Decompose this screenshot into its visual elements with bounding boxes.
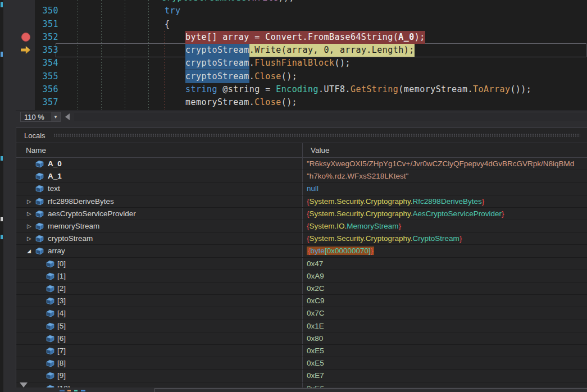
zoom-dropdown-button[interactable]: ▾ xyxy=(51,112,60,121)
variable-row[interactable]: [1]0xA9 xyxy=(16,270,587,282)
field-icon xyxy=(45,297,55,305)
editor-bottom-bar: 110 % ▾ xyxy=(16,110,587,122)
variable-row[interactable]: [8]0xE5 xyxy=(16,357,587,370)
panel-drag-handle[interactable] xyxy=(53,134,580,137)
column-header-name[interactable]: Name xyxy=(26,143,46,158)
variable-row[interactable]: [2]0x2C xyxy=(16,282,587,295)
column-header-value[interactable]: Value xyxy=(311,143,330,158)
expand-icon[interactable]: ▷ xyxy=(27,235,34,243)
horizontal-scrollbar[interactable] xyxy=(74,113,587,121)
variable-row[interactable]: [9]0xE7 xyxy=(16,370,587,382)
variable-value[interactable]: {System.Security.Cryptography.CryptoStre… xyxy=(307,233,587,245)
variable-value[interactable]: 0xA9 xyxy=(307,270,587,282)
code-line[interactable]: 354cryptoStream.FlushFinalBlock(); xyxy=(16,57,587,70)
code-text: byte[] array = Convert.FromBase64String(… xyxy=(185,31,425,44)
code-token: (memoryStream. xyxy=(398,83,473,96)
variable-value[interactable]: {byte[0x00000070]} xyxy=(307,245,587,257)
variable-value[interactable]: "h7ko%.rdz.WFxsS218LKtest" xyxy=(307,170,587,183)
code-token: .Write(array, 0, array.Length); xyxy=(249,44,415,57)
code-token: memoryStream. xyxy=(185,96,254,109)
variable-row[interactable]: A_1"h7ko%.rdz.WFxsS218LKtest" xyxy=(16,170,587,183)
field-icon xyxy=(35,197,44,206)
code-line[interactable]: 355cryptoStream.Close(); xyxy=(16,70,587,83)
variable-row[interactable]: textnull xyxy=(16,183,587,195)
variable-row[interactable]: ▷cryptoStream{System.Security.Cryptograp… xyxy=(16,233,587,245)
variable-row[interactable]: [7]0xE5 xyxy=(16,345,587,357)
variable-row[interactable]: [4]0x7C xyxy=(16,307,587,320)
collapse-icon[interactable]: ◢ xyxy=(27,247,34,255)
code-token: @string = xyxy=(217,83,276,96)
variable-value[interactable]: 0x2C xyxy=(307,282,587,295)
variable-value[interactable]: 0xE5 xyxy=(307,345,587,357)
locals-panel: Locals Name Value A_0"R6ksyXwegOXI5/ZHpY… xyxy=(16,127,587,392)
value-token: "R6ksyXwegOXI5/ZHpYg1Cv+/Jvr0wCZCiyQFpep… xyxy=(307,159,574,168)
code-token: Encoding xyxy=(276,83,318,96)
value-token: System.Security.Cryptography. xyxy=(310,234,413,243)
code-text: cryptoStream.Write(array, 0, array.Lengt… xyxy=(185,44,415,57)
variable-name: [5] xyxy=(57,320,66,332)
variable-value[interactable]: 0xE7 xyxy=(307,370,587,382)
field-icon xyxy=(45,259,55,268)
variable-row[interactable]: [3]0xC9 xyxy=(16,295,587,307)
variable-value[interactable]: {System.Security.Cryptography.AesCryptoS… xyxy=(307,208,587,220)
code-line[interactable]: 350try xyxy=(16,4,587,17)
variable-value[interactable]: {System.Security.Cryptography.Rfc2898Der… xyxy=(307,195,587,208)
code-line[interactable]: 352byte[] array = Convert.FromBase64Stri… xyxy=(16,31,587,44)
code-line[interactable]: CryptoStreamMode.Write)); xyxy=(16,0,587,4)
code-line[interactable]: 357memoryStream.Close(); xyxy=(16,96,587,109)
variable-value[interactable]: 0x7C xyxy=(307,307,587,320)
variable-value[interactable]: 0x80 xyxy=(307,332,587,345)
variable-row[interactable]: ▷aesCryptoServiceProvider{System.Securit… xyxy=(16,208,587,220)
variable-name: [0] xyxy=(57,258,66,270)
expand-icon[interactable]: ▷ xyxy=(27,210,34,218)
code-line[interactable]: 356string @string = Encoding.UTF8.GetStr… xyxy=(16,83,587,96)
code-token: string xyxy=(185,83,217,96)
variable-row[interactable]: A_0"R6ksyXwegOXI5/ZHpYg1Cv+/Jvr0wCZCiyQF… xyxy=(16,158,587,170)
code-token: FlushFinalBlock xyxy=(254,57,334,70)
scroll-down-arrow-icon[interactable] xyxy=(20,382,28,388)
variable-row[interactable]: ▷memoryStream{System.IO.MemoryStream} xyxy=(16,220,587,233)
variable-row[interactable]: [6]0x80 xyxy=(16,332,587,345)
code-token: ); xyxy=(415,31,425,44)
clipped-left-pane xyxy=(0,0,3,392)
value-token: 0x2C xyxy=(307,284,325,293)
scroll-left-arrow-icon[interactable] xyxy=(65,113,70,120)
code-editor[interactable]: CryptoStreamMode.Write));350try351{352by… xyxy=(16,0,587,110)
value-token: 0xE7 xyxy=(307,371,324,380)
code-line[interactable]: 351{ xyxy=(16,18,587,31)
variable-row[interactable]: ▷rfc2898DeriveBytes{System.Security.Cryp… xyxy=(16,195,587,208)
code-token: .UTF8. xyxy=(318,83,351,96)
variable-value[interactable]: 0x1E xyxy=(307,320,587,332)
field-icon xyxy=(35,184,44,193)
locals-title-bar[interactable]: Locals xyxy=(16,128,587,143)
variable-value[interactable]: null xyxy=(307,183,587,195)
code-token: cryptoStream xyxy=(185,70,249,83)
variable-row[interactable]: ◢array{byte[0x00000070]} xyxy=(16,245,587,257)
expand-icon[interactable]: ▷ xyxy=(27,222,34,230)
variable-name: [9] xyxy=(57,370,66,382)
breakpoint-icon[interactable] xyxy=(21,33,30,42)
variable-value[interactable]: {System.IO.MemoryStream} xyxy=(307,220,587,233)
variable-row[interactable]: [5]0x1E xyxy=(16,320,587,332)
clipped-lower-pane xyxy=(154,388,587,392)
code-text: string @string = Encoding.UTF8.GetString… xyxy=(185,83,531,96)
code-text: memoryStream.Close(); xyxy=(185,96,297,109)
expand-icon[interactable]: ▷ xyxy=(27,198,34,206)
value-token: 0x80 xyxy=(307,334,323,343)
variable-value[interactable]: 0xE5 xyxy=(307,357,587,370)
variable-name: [1] xyxy=(57,270,66,282)
variable-name: A_1 xyxy=(48,170,62,183)
value-token: CryptoStream xyxy=(413,234,459,243)
variable-row[interactable]: [0]0x47 xyxy=(16,258,587,270)
code-line[interactable]: 353cryptoStream.Write(array, 0, array.Le… xyxy=(16,44,587,57)
code-token: . xyxy=(247,0,252,4)
variable-name: [4] xyxy=(57,307,66,320)
code-token: Close xyxy=(254,96,281,109)
variable-value[interactable]: 0xC9 xyxy=(307,295,587,307)
field-icon xyxy=(35,222,44,230)
value-token: } xyxy=(459,234,462,243)
variable-value[interactable]: "R6ksyXwegOXI5/ZHpYg1Cv+/Jvr0wCZCiyQFpep… xyxy=(307,158,587,170)
zoom-combobox[interactable]: 110 % ▾ xyxy=(20,112,61,122)
variable-value[interactable]: 0x47 xyxy=(307,258,587,270)
code-token: (); xyxy=(334,57,350,70)
